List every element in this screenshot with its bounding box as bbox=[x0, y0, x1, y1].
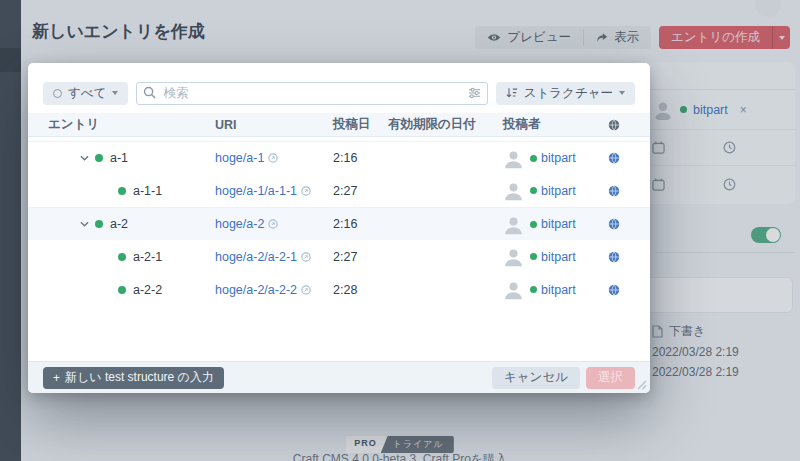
site-ring-icon bbox=[53, 89, 62, 98]
entry-cell: a-2-1 bbox=[48, 250, 215, 264]
external-link-icon[interactable] bbox=[268, 219, 278, 229]
cancel-button[interactable]: キャンセル bbox=[492, 367, 580, 389]
sort-structure-label: ストラクチャー bbox=[524, 85, 613, 102]
globe-cell bbox=[608, 218, 630, 230]
column-expiry-date[interactable]: 有効期限の日付 bbox=[388, 116, 503, 133]
post-date: 2:27 bbox=[333, 250, 388, 264]
author-link[interactable]: bitpart bbox=[541, 283, 576, 297]
globe-icon[interactable] bbox=[608, 251, 620, 263]
select-button[interactable]: 選択 bbox=[586, 367, 635, 389]
new-entry-button[interactable]: + 新しい test structure の入力 bbox=[43, 367, 224, 389]
uri-link[interactable]: hoge/a-2/a-2-1 bbox=[215, 250, 297, 264]
column-uri[interactable]: URI bbox=[215, 118, 333, 132]
entry-title: a-1 bbox=[110, 151, 128, 165]
author-cell: bitpart bbox=[503, 148, 608, 169]
uri-cell: hoge/a-2 bbox=[215, 217, 333, 231]
avatar bbox=[503, 246, 524, 267]
status-dot bbox=[118, 187, 126, 195]
globe-icon[interactable] bbox=[608, 218, 620, 230]
external-link-icon[interactable] bbox=[301, 285, 311, 295]
globe-icon[interactable] bbox=[608, 284, 620, 296]
avatar bbox=[503, 214, 524, 235]
uri-link[interactable]: hoge/a-1/a-1-1 bbox=[215, 184, 297, 198]
avatar bbox=[503, 180, 524, 201]
status-dot bbox=[530, 187, 537, 194]
uri-cell: hoge/a-2/a-2-2 bbox=[215, 283, 333, 297]
table-row[interactable]: a-2-1 hoge/a-2/a-2-1 2:27 bitpart bbox=[28, 240, 650, 273]
column-entry[interactable]: エントリ bbox=[48, 116, 215, 133]
table-row[interactable]: a-1-1 hoge/a-1/a-1-1 2:27 bitpart bbox=[28, 174, 650, 207]
modal-toolbar: すべて ストラクチャー bbox=[43, 81, 635, 105]
entry-title: a-2-1 bbox=[133, 250, 162, 264]
author-cell: bitpart bbox=[503, 180, 608, 201]
table-header: エントリ URI 投稿日 有効期限の日付 投稿者 bbox=[28, 113, 650, 137]
external-link-icon[interactable] bbox=[268, 153, 278, 163]
entry-cell: a-1-1 bbox=[48, 184, 215, 198]
avatar bbox=[503, 148, 524, 169]
chevron-down-icon bbox=[112, 91, 118, 95]
entry-cell: a-2-2 bbox=[48, 283, 215, 297]
entry-select-modal: すべて ストラクチャー エントリ URI 投稿日 有効期限の日付 投稿者 bbox=[28, 63, 650, 393]
table-row[interactable]: a-2 hoge/a-2 2:16 bitpart bbox=[28, 207, 650, 240]
entry-cell: a-2 bbox=[48, 217, 215, 231]
author-link[interactable]: bitpart bbox=[541, 217, 576, 231]
external-link-icon[interactable] bbox=[301, 186, 311, 196]
footer-buttons: キャンセル 選択 bbox=[492, 367, 635, 389]
entry-title: a-2-2 bbox=[133, 283, 162, 297]
author-cell: bitpart bbox=[503, 246, 608, 267]
globe-icon bbox=[608, 119, 620, 131]
author-link[interactable]: bitpart bbox=[541, 151, 576, 165]
table-row[interactable]: a-1 hoge/a-1 2:16 bitpart bbox=[28, 141, 650, 174]
new-entry-button-label: 新しい test structure の入力 bbox=[65, 369, 214, 386]
status-dot bbox=[118, 253, 126, 261]
site-filter-button[interactable]: すべて bbox=[43, 82, 128, 105]
uri-cell: hoge/a-1/a-1-1 bbox=[215, 184, 333, 198]
status-dot bbox=[530, 253, 537, 260]
entry-cell: a-1 bbox=[48, 151, 215, 165]
author-cell: bitpart bbox=[503, 279, 608, 300]
sort-structure-button[interactable]: ストラクチャー bbox=[496, 82, 635, 105]
uri-link[interactable]: hoge/a-2 bbox=[215, 217, 264, 231]
entry-title: a-2 bbox=[110, 217, 128, 231]
table-row[interactable]: a-2-2 hoge/a-2/a-2-2 2:28 bitpart bbox=[28, 273, 650, 306]
expand-toggle-icon[interactable] bbox=[80, 155, 89, 161]
post-date: 2:16 bbox=[333, 217, 388, 231]
author-link[interactable]: bitpart bbox=[541, 250, 576, 264]
search-icon bbox=[143, 86, 156, 99]
status-dot bbox=[118, 286, 126, 294]
status-dot bbox=[95, 154, 103, 162]
post-date: 2:28 bbox=[333, 283, 388, 297]
globe-icon[interactable] bbox=[608, 152, 620, 164]
status-dot bbox=[95, 220, 103, 228]
globe-cell bbox=[608, 251, 630, 263]
entry-title: a-1-1 bbox=[133, 184, 162, 198]
filter-settings-icon[interactable] bbox=[468, 87, 481, 99]
uri-link[interactable]: hoge/a-2/a-2-2 bbox=[215, 283, 297, 297]
globe-cell bbox=[608, 185, 630, 197]
modal-footer: + 新しい test structure の入力 キャンセル 選択 bbox=[28, 361, 650, 393]
author-cell: bitpart bbox=[503, 214, 608, 235]
search-input[interactable] bbox=[136, 82, 487, 105]
globe-cell bbox=[608, 284, 630, 296]
globe-icon[interactable] bbox=[608, 185, 620, 197]
status-dot bbox=[530, 286, 537, 293]
expand-toggle-icon[interactable] bbox=[80, 221, 89, 227]
author-link[interactable]: bitpart bbox=[541, 184, 576, 198]
plus-icon: + bbox=[53, 371, 60, 385]
avatar bbox=[503, 279, 524, 300]
status-dot bbox=[530, 221, 537, 228]
column-author[interactable]: 投稿者 bbox=[503, 116, 608, 133]
sort-icon bbox=[506, 87, 518, 99]
resize-handle-icon[interactable] bbox=[637, 380, 647, 390]
globe-cell bbox=[608, 152, 630, 164]
uri-cell: hoge/a-2/a-2-1 bbox=[215, 250, 333, 264]
uri-link[interactable]: hoge/a-1 bbox=[215, 151, 264, 165]
chevron-down-icon bbox=[619, 91, 625, 95]
column-post-date[interactable]: 投稿日 bbox=[333, 116, 388, 133]
site-filter-label: すべて bbox=[68, 85, 106, 102]
post-date: 2:27 bbox=[333, 184, 388, 198]
status-dot bbox=[530, 155, 537, 162]
external-link-icon[interactable] bbox=[301, 252, 311, 262]
search-wrap bbox=[136, 82, 487, 105]
uri-cell: hoge/a-1 bbox=[215, 151, 333, 165]
